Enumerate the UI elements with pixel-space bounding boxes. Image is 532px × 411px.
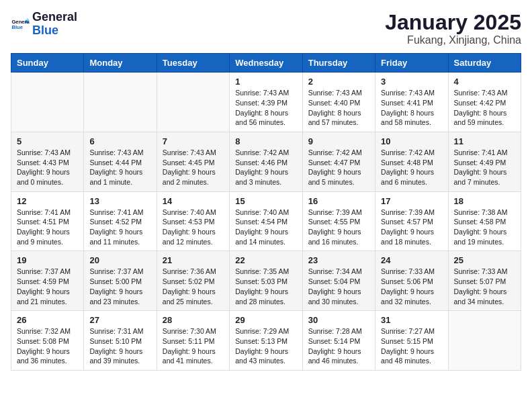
calendar-cell: 4Sunrise: 7:43 AM Sunset: 4:42 PM Daylig…: [448, 73, 521, 132]
svg-text:Blue: Blue: [11, 24, 23, 30]
logo-blue: Blue: [32, 24, 77, 38]
calendar-cell: 29Sunrise: 7:29 AM Sunset: 5:13 PM Dayli…: [230, 311, 302, 371]
calendar-cell: 11Sunrise: 7:41 AM Sunset: 4:49 PM Dayli…: [448, 132, 521, 191]
calendar-cell: 15Sunrise: 7:40 AM Sunset: 4:54 PM Dayli…: [230, 191, 302, 251]
day-number: 21: [163, 255, 224, 265]
day-number: 4: [454, 77, 515, 87]
day-info: Sunrise: 7:35 AM Sunset: 5:03 PM Dayligh…: [235, 267, 296, 306]
calendar-table: SundayMondayTuesdayWednesdayThursdayFrid…: [11, 53, 521, 371]
day-info: Sunrise: 7:37 AM Sunset: 5:00 PM Dayligh…: [89, 267, 150, 306]
day-number: 9: [308, 136, 369, 146]
calendar-cell: 23Sunrise: 7:34 AM Sunset: 5:04 PM Dayli…: [302, 251, 375, 311]
calendar-cell: 17Sunrise: 7:39 AM Sunset: 4:57 PM Dayli…: [375, 191, 448, 251]
day-info: Sunrise: 7:38 AM Sunset: 4:58 PM Dayligh…: [454, 208, 515, 247]
day-info: Sunrise: 7:32 AM Sunset: 5:08 PM Dayligh…: [17, 326, 78, 366]
day-info: Sunrise: 7:40 AM Sunset: 4:53 PM Dayligh…: [163, 208, 224, 247]
day-info: Sunrise: 7:43 AM Sunset: 4:39 PM Dayligh…: [235, 88, 296, 128]
weekday-header-wednesday: Wednesday: [230, 54, 302, 73]
page-header: General Blue General Blue January 2025 F…: [11, 11, 521, 46]
calendar-cell: 1Sunrise: 7:43 AM Sunset: 4:39 PM Daylig…: [230, 73, 302, 132]
week-row-4: 19Sunrise: 7:37 AM Sunset: 4:59 PM Dayli…: [11, 251, 521, 311]
day-info: Sunrise: 7:43 AM Sunset: 4:43 PM Dayligh…: [17, 148, 78, 187]
calendar-cell: 3Sunrise: 7:43 AM Sunset: 4:41 PM Daylig…: [375, 73, 448, 132]
week-row-3: 12Sunrise: 7:41 AM Sunset: 4:51 PM Dayli…: [11, 191, 521, 251]
day-info: Sunrise: 7:31 AM Sunset: 5:10 PM Dayligh…: [89, 326, 150, 366]
day-info: Sunrise: 7:43 AM Sunset: 4:44 PM Dayligh…: [89, 148, 150, 187]
calendar-cell: 16Sunrise: 7:39 AM Sunset: 4:55 PM Dayli…: [302, 191, 375, 251]
day-info: Sunrise: 7:42 AM Sunset: 4:46 PM Dayligh…: [235, 148, 296, 187]
day-info: Sunrise: 7:30 AM Sunset: 5:11 PM Dayligh…: [163, 326, 224, 366]
calendar-cell: 22Sunrise: 7:35 AM Sunset: 5:03 PM Dayli…: [230, 251, 302, 311]
day-number: 20: [89, 255, 150, 265]
calendar-cell: 30Sunrise: 7:28 AM Sunset: 5:14 PM Dayli…: [302, 311, 375, 371]
day-number: 14: [163, 196, 224, 206]
day-info: Sunrise: 7:43 AM Sunset: 4:45 PM Dayligh…: [163, 148, 224, 187]
title-section: January 2025 Fukang, Xinjiang, China: [385, 11, 521, 46]
day-number: 17: [381, 196, 442, 206]
day-info: Sunrise: 7:41 AM Sunset: 4:52 PM Dayligh…: [89, 208, 150, 247]
day-number: 24: [381, 255, 442, 265]
location-title: Fukang, Xinjiang, China: [385, 34, 521, 46]
day-number: 16: [308, 196, 369, 206]
calendar-cell: [157, 73, 229, 132]
calendar-cell: 31Sunrise: 7:27 AM Sunset: 5:15 PM Dayli…: [375, 311, 448, 371]
day-number: 7: [163, 136, 224, 146]
weekday-header-row: SundayMondayTuesdayWednesdayThursdayFrid…: [11, 54, 521, 73]
week-row-5: 26Sunrise: 7:32 AM Sunset: 5:08 PM Dayli…: [11, 311, 521, 371]
day-number: 29: [235, 315, 296, 325]
weekday-header-monday: Monday: [84, 54, 157, 73]
day-info: Sunrise: 7:43 AM Sunset: 4:40 PM Dayligh…: [308, 88, 369, 128]
day-info: Sunrise: 7:27 AM Sunset: 5:15 PM Dayligh…: [381, 326, 442, 366]
calendar-cell: 7Sunrise: 7:43 AM Sunset: 4:45 PM Daylig…: [157, 132, 229, 191]
calendar-cell: 20Sunrise: 7:37 AM Sunset: 5:00 PM Dayli…: [84, 251, 157, 311]
calendar-cell: 2Sunrise: 7:43 AM Sunset: 4:40 PM Daylig…: [302, 73, 375, 132]
day-number: 10: [381, 136, 442, 146]
calendar-cell: 27Sunrise: 7:31 AM Sunset: 5:10 PM Dayli…: [84, 311, 157, 371]
calendar-cell: 24Sunrise: 7:33 AM Sunset: 5:06 PM Dayli…: [375, 251, 448, 311]
day-info: Sunrise: 7:33 AM Sunset: 5:07 PM Dayligh…: [454, 267, 515, 306]
day-info: Sunrise: 7:39 AM Sunset: 4:57 PM Dayligh…: [381, 208, 442, 247]
day-info: Sunrise: 7:36 AM Sunset: 5:02 PM Dayligh…: [163, 267, 224, 306]
day-info: Sunrise: 7:39 AM Sunset: 4:55 PM Dayligh…: [308, 208, 369, 247]
month-title: January 2025: [385, 11, 521, 34]
day-number: 2: [308, 77, 369, 87]
day-info: Sunrise: 7:33 AM Sunset: 5:06 PM Dayligh…: [381, 267, 442, 306]
day-number: 1: [235, 77, 296, 87]
day-info: Sunrise: 7:41 AM Sunset: 4:49 PM Dayligh…: [454, 148, 515, 187]
calendar-cell: [11, 73, 84, 132]
week-row-2: 5Sunrise: 7:43 AM Sunset: 4:43 PM Daylig…: [11, 132, 521, 191]
day-info: Sunrise: 7:43 AM Sunset: 4:42 PM Dayligh…: [454, 88, 515, 128]
day-number: 18: [454, 196, 515, 206]
calendar-cell: 12Sunrise: 7:41 AM Sunset: 4:51 PM Dayli…: [11, 191, 84, 251]
day-number: 27: [89, 315, 150, 325]
day-number: 5: [17, 136, 78, 146]
calendar-cell: 19Sunrise: 7:37 AM Sunset: 4:59 PM Dayli…: [11, 251, 84, 311]
weekday-header-friday: Friday: [375, 54, 448, 73]
day-info: Sunrise: 7:43 AM Sunset: 4:41 PM Dayligh…: [381, 88, 442, 128]
day-info: Sunrise: 7:40 AM Sunset: 4:54 PM Dayligh…: [235, 208, 296, 247]
day-number: 11: [454, 136, 515, 146]
weekday-header-thursday: Thursday: [302, 54, 375, 73]
day-number: 19: [17, 255, 78, 265]
calendar-cell: [84, 73, 157, 132]
day-number: 31: [381, 315, 442, 325]
day-info: Sunrise: 7:42 AM Sunset: 4:48 PM Dayligh…: [381, 148, 442, 187]
day-info: Sunrise: 7:28 AM Sunset: 5:14 PM Dayligh…: [308, 326, 369, 366]
calendar-cell: 10Sunrise: 7:42 AM Sunset: 4:48 PM Dayli…: [375, 132, 448, 191]
day-number: 3: [381, 77, 442, 87]
weekday-header-sunday: Sunday: [11, 54, 84, 73]
day-number: 23: [308, 255, 369, 265]
day-info: Sunrise: 7:37 AM Sunset: 4:59 PM Dayligh…: [17, 267, 78, 306]
weekday-header-saturday: Saturday: [448, 54, 521, 73]
day-number: 15: [235, 196, 296, 206]
calendar-cell: [448, 311, 521, 371]
day-number: 22: [235, 255, 296, 265]
logo-general: General: [32, 11, 77, 24]
logo-icon: General Blue: [11, 15, 30, 34]
day-number: 25: [454, 255, 515, 265]
day-number: 13: [89, 196, 150, 206]
calendar-cell: 18Sunrise: 7:38 AM Sunset: 4:58 PM Dayli…: [448, 191, 521, 251]
calendar-cell: 13Sunrise: 7:41 AM Sunset: 4:52 PM Dayli…: [84, 191, 157, 251]
day-info: Sunrise: 7:41 AM Sunset: 4:51 PM Dayligh…: [17, 208, 78, 247]
calendar-cell: 28Sunrise: 7:30 AM Sunset: 5:11 PM Dayli…: [157, 311, 229, 371]
